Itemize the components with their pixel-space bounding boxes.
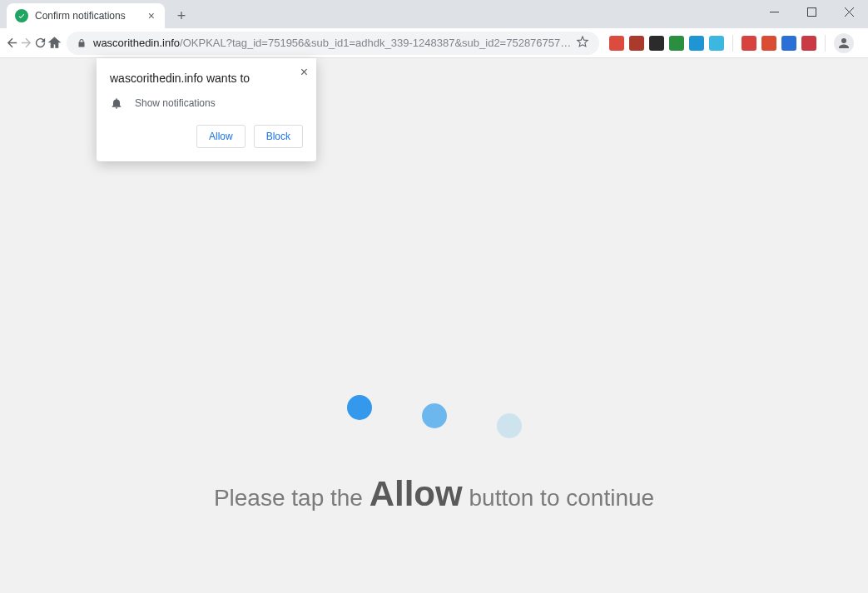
loading-dot-icon	[347, 395, 372, 420]
extension-icon-7[interactable]	[742, 36, 756, 51]
permission-origin-text: wascorithedin.info wants to	[110, 72, 303, 85]
extension-icon-10[interactable]	[801, 36, 816, 51]
extension-icon-9[interactable]	[781, 36, 796, 51]
window-close-button[interactable]	[831, 0, 868, 23]
reload-button[interactable]	[33, 31, 47, 56]
tab-favicon-checkmark-icon	[15, 9, 28, 22]
back-button[interactable]	[5, 31, 19, 56]
tab-close-icon[interactable]: ×	[146, 9, 156, 22]
permission-request-label: Show notifications	[135, 97, 216, 109]
bell-icon	[110, 96, 123, 110]
extension-icon-3[interactable]	[649, 36, 664, 51]
browser-tab[interactable]: Confirm notifications ×	[7, 3, 165, 28]
bookmark-star-icon[interactable]	[576, 35, 589, 51]
window-minimize-button[interactable]	[756, 0, 793, 23]
block-button[interactable]: Block	[254, 125, 303, 148]
forward-button[interactable]	[19, 31, 33, 56]
address-bar[interactable]: wascorithedin.info /OKPKAL?tag_id=751956…	[67, 32, 599, 55]
extension-icon-4[interactable]	[669, 36, 684, 51]
window-controls	[756, 0, 868, 23]
svg-rect-0	[808, 7, 816, 16]
extension-separator	[732, 35, 733, 52]
extension-separator	[825, 35, 826, 52]
extension-icon-1[interactable]	[609, 36, 624, 51]
toolbar: wascorithedin.info /OKPKAL?tag_id=751956…	[0, 28, 868, 58]
profile-avatar-icon[interactable]	[834, 33, 854, 53]
lock-icon	[77, 37, 87, 49]
permission-actions: Allow Block	[110, 125, 303, 148]
extension-icon-8[interactable]	[761, 36, 776, 51]
loading-dots	[0, 395, 868, 420]
page-content: × wascorithedin.info wants to Show notif…	[0, 58, 868, 593]
page-message-emphasis: Allow	[370, 474, 463, 513]
url-path: /OKPKAL?tag_id=751956&sub_id1=adhdk_339-…	[180, 37, 571, 49]
extension-icon-5[interactable]	[689, 36, 704, 51]
permission-close-icon[interactable]: ×	[300, 65, 308, 80]
notification-permission-popup: × wascorithedin.info wants to Show notif…	[97, 58, 316, 161]
page-message: Please tap the Allow button to continue	[0, 474, 868, 514]
page-message-prefix: Please tap the	[214, 485, 370, 511]
loading-dot-icon	[497, 413, 522, 438]
home-button[interactable]	[47, 31, 62, 56]
tab-title: Confirm notifications	[35, 10, 146, 22]
page-message-suffix: button to continue	[463, 485, 654, 511]
window-maximize-button[interactable]	[793, 0, 831, 23]
extensions-area	[604, 31, 868, 56]
permission-request-row: Show notifications	[110, 96, 303, 110]
browser-menu-button[interactable]	[859, 31, 868, 56]
extension-icon-2[interactable]	[629, 36, 644, 51]
new-tab-button[interactable]: +	[170, 4, 193, 27]
titlebar: Confirm notifications × +	[0, 0, 868, 28]
loading-dot-icon	[422, 403, 447, 428]
extension-icon-6[interactable]	[709, 36, 724, 51]
allow-button[interactable]: Allow	[196, 125, 246, 148]
url-host: wascorithedin.info	[93, 37, 180, 49]
